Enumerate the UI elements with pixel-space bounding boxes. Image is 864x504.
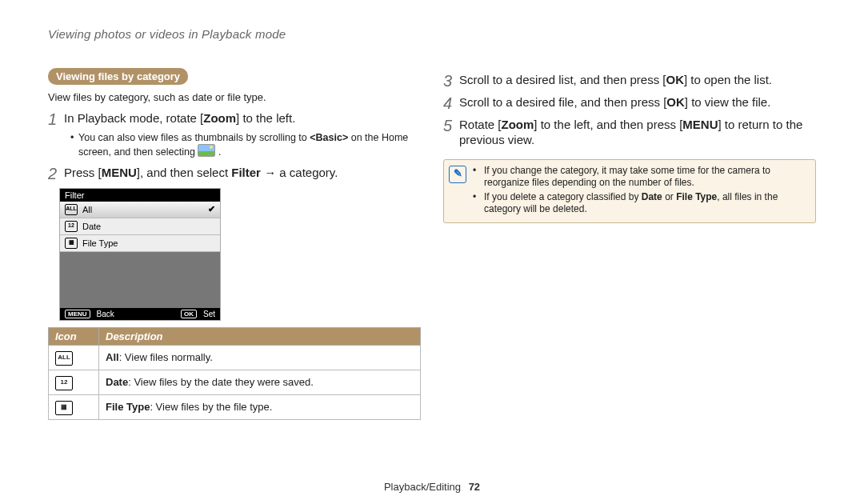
table-row: ALL All: View files normally. xyxy=(49,345,421,370)
all-icon: ALL xyxy=(65,204,78,215)
page-footer: Playback/Editing 72 xyxy=(0,481,864,493)
text-fragment: Press [ xyxy=(64,166,102,179)
step-number: 4 xyxy=(443,94,459,112)
th-description: Description xyxy=(99,327,421,345)
table-row: 12 Date: View files by the date they wer… xyxy=(49,370,421,394)
table-row: ▦ File Type: View files by the file type… xyxy=(49,394,421,419)
note-item: •If you change the category, it may take… xyxy=(473,165,807,189)
step-text: Rotate [Zoom] to the left, and then pres… xyxy=(459,118,816,148)
back-label: Back xyxy=(97,310,114,318)
page: Viewing photos or videos in Playback mod… xyxy=(0,0,864,504)
step-1: 1 In Playback mode, rotate [Zoom] to the… xyxy=(48,111,421,129)
row-text: : View files by the date they were saved… xyxy=(128,376,314,388)
footer-page-number: 72 xyxy=(469,481,480,493)
row-label: All xyxy=(82,205,92,214)
keyword-zoom: Zoom xyxy=(203,111,236,125)
screen-row-filetype: ▦ File Type xyxy=(60,235,220,252)
row-text: : View files normally. xyxy=(119,351,213,363)
text-fragment: You can also view files as thumbnails by… xyxy=(78,131,421,159)
date-icon: 12 xyxy=(55,376,73,390)
filetype-icon: ▦ xyxy=(55,401,73,415)
note-text: If you change the category, it may take … xyxy=(484,165,807,189)
section-description: View files by category, such as date or … xyxy=(48,91,421,103)
text-fragment: ] to view the file. xyxy=(685,95,771,109)
right-column: 3 Scroll to a desired list, and then pre… xyxy=(443,68,816,420)
step-3: 3 Scroll to a desired list, and then pre… xyxy=(443,73,816,90)
screen-row-all: ALL All ✔ xyxy=(60,202,220,218)
section-heading-pill: Viewing files by category xyxy=(48,68,188,85)
step-2: 2 Press [MENU], and then select Filter →… xyxy=(48,166,421,183)
note-box: ✎ •If you change the category, it may ta… xyxy=(443,159,816,223)
row-text: : View files by the file type. xyxy=(150,401,272,413)
landscape-thumbnail-icon xyxy=(198,144,215,157)
left-column: Viewing files by category View files by … xyxy=(48,68,421,420)
text-fragment: or xyxy=(662,191,676,202)
screen-footer: MENU Back OK Set xyxy=(60,308,220,320)
step-number: 2 xyxy=(48,165,64,182)
row-key: All xyxy=(106,351,119,363)
ok-button-label: OK xyxy=(181,310,197,318)
step-text: Scroll to a desired list, and then press… xyxy=(459,73,772,88)
screen-empty-area xyxy=(60,252,220,308)
keyword-filter: Filter xyxy=(231,166,261,179)
keyword-date: Date xyxy=(642,191,662,202)
keyword-filetype: File Type xyxy=(676,191,717,202)
keyword-zoom: Zoom xyxy=(502,118,534,131)
note-icon: ✎ xyxy=(449,166,466,183)
menu-keycap: MENU xyxy=(682,118,718,133)
icon-description-table: Icon Description ALL All: View files nor… xyxy=(48,327,421,420)
text-fragment: Scroll to a desired file, and then press… xyxy=(459,95,666,109)
th-icon: Icon xyxy=(49,327,99,345)
row-key: File Type xyxy=(106,401,150,413)
note-list: •If you change the category, it may take… xyxy=(473,165,807,218)
footer-section: Playback/Editing xyxy=(384,481,461,493)
step-5: 5 Rotate [Zoom] to the left, and then pr… xyxy=(443,118,816,148)
step-1-note: • You can also view files as thumbnails … xyxy=(70,131,421,159)
check-icon: ✔ xyxy=(208,204,215,214)
bullet-dot: • xyxy=(70,131,78,144)
step-number: 1 xyxy=(48,110,64,128)
date-icon: 12 xyxy=(65,221,78,232)
menu-keycap: MENU xyxy=(102,166,137,181)
screen-title: Filter xyxy=(60,189,220,202)
row-label: Date xyxy=(82,222,101,231)
step-text: Scroll to a desired file, and then press… xyxy=(459,95,770,110)
text-fragment: ] to the left. xyxy=(236,111,295,125)
menu-button-label: MENU xyxy=(65,310,90,318)
text-fragment: ] to open the list. xyxy=(684,73,772,86)
ok-keycap: OK xyxy=(666,95,685,110)
text-fragment: ], and then select xyxy=(137,166,231,179)
filetype-icon: ▦ xyxy=(65,238,78,249)
step-4: 4 Scroll to a desired file, and then pre… xyxy=(443,95,816,113)
text-fragment: → a category. xyxy=(261,166,338,179)
note-item: • If you delete a category classified by… xyxy=(473,191,807,215)
camera-screen-mock: Filter ALL All ✔ 12 Date ▦ File Type MEN… xyxy=(59,188,221,321)
step-text: In Playback mode, rotate [Zoom] to the l… xyxy=(64,111,295,126)
text-fragment: You can also view files as thumbnails by… xyxy=(78,132,310,143)
row-label: File Type xyxy=(82,238,118,248)
step-text: Press [MENU], and then select Filter → a… xyxy=(64,166,338,181)
step-number: 5 xyxy=(443,117,459,134)
row-key: Date xyxy=(106,376,128,388)
note-text: If you delete a category classified by D… xyxy=(484,191,807,215)
set-label: Set xyxy=(203,310,215,318)
text-fragment: If you delete a category classified by xyxy=(484,191,642,202)
page-title: Viewing photos or videos in Playback mod… xyxy=(48,27,816,41)
content-columns: Viewing files by category View files by … xyxy=(48,68,816,420)
keyword-basic: <Basic> xyxy=(310,132,348,143)
text-fragment: Scroll to a desired list, and then press… xyxy=(459,73,666,86)
text-fragment: ] to the left, and then press [ xyxy=(534,118,682,131)
text-fragment: In Playback mode, rotate [ xyxy=(64,111,203,125)
all-icon: ALL xyxy=(55,351,73,366)
screen-row-date: 12 Date xyxy=(60,218,220,235)
ok-keycap: OK xyxy=(666,73,684,88)
step-number: 3 xyxy=(443,72,459,90)
text-fragment: Rotate [ xyxy=(459,118,502,131)
